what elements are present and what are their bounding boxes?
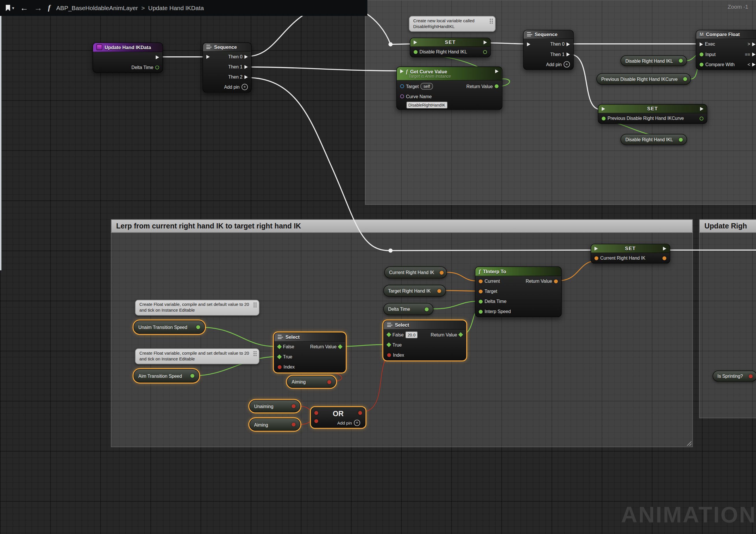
- float-out-pin[interactable]: [679, 138, 683, 141]
- var-current-right-hand-ik[interactable]: Current Right Hand IK: [384, 267, 447, 279]
- add-pin-icon[interactable]: +: [354, 420, 360, 426]
- exec-out-pin[interactable]: [752, 63, 756, 66]
- comment-resize-handle[interactable]: [687, 441, 691, 446]
- node-event-update-hand-ikdata[interactable]: Update Hand IKData Delta Time: [93, 42, 163, 73]
- index-in-pin[interactable]: [387, 353, 391, 357]
- float-out-pin[interactable]: [700, 116, 703, 120]
- struct-out-pin[interactable]: [437, 289, 441, 292]
- object-in-pin[interactable]: [400, 84, 404, 88]
- add-pin-icon[interactable]: +: [242, 84, 248, 90]
- var-disable-right-hand-ikl-1[interactable]: Disable Right Hand IKL: [620, 56, 687, 66]
- struct-out-pin[interactable]: [554, 279, 558, 283]
- struct-out-pin[interactable]: [662, 256, 666, 260]
- name-in-pin[interactable]: [400, 94, 404, 98]
- exec-in-pin[interactable]: [700, 42, 703, 46]
- node-set-previous-disable-curve[interactable]: SET Previous Disable Right Hand IKCurve: [598, 104, 708, 124]
- forward-button[interactable]: →: [34, 4, 42, 12]
- node-select-2[interactable]: Select False 20.0 Return Value True Inde…: [383, 320, 466, 360]
- float-out-pin[interactable]: [425, 307, 429, 311]
- float-out-pin[interactable]: [196, 325, 200, 329]
- wildcard-in-pin[interactable]: [386, 332, 391, 337]
- exec-out-pin[interactable]: [245, 65, 248, 68]
- var-disable-right-hand-ikl-2[interactable]: Disable Right Hand IKL: [620, 134, 687, 145]
- exec-out-pin[interactable]: [245, 55, 248, 58]
- node-get-curve-value[interactable]: f Get Curve Value Target is Anim Instanc…: [396, 66, 502, 110]
- exec-out-pin[interactable]: [663, 246, 666, 250]
- struct-in-pin[interactable]: [479, 279, 483, 283]
- exec-out-pin[interactable]: [752, 42, 756, 46]
- exec-out-pin[interactable]: [495, 69, 499, 73]
- index-in-pin[interactable]: [278, 365, 282, 369]
- float-out-pin[interactable]: [684, 77, 687, 81]
- bool-out-pin[interactable]: [749, 374, 752, 378]
- target-self-value[interactable]: self: [420, 83, 433, 89]
- float-in-pin[interactable]: [479, 299, 483, 303]
- exec-out-pin[interactable]: [566, 42, 570, 46]
- comment-bubble-local-var[interactable]: Create new local variable called Disable…: [409, 16, 496, 32]
- float-out-pin[interactable]: [679, 59, 683, 63]
- var-delta-time[interactable]: Delta Time: [383, 303, 434, 315]
- comment-update-right-body[interactable]: [699, 232, 756, 418]
- exec-in-pin[interactable]: [527, 42, 530, 46]
- wildcard-in-pin[interactable]: [386, 342, 391, 347]
- blueprint-graph[interactable]: Lerp from current right hand IK to targe…: [0, 0, 756, 534]
- exec-out-pin[interactable]: [156, 55, 159, 59]
- exec-in-pin[interactable]: [602, 107, 605, 111]
- var-is-sprinting[interactable]: Is Sprinting?: [713, 370, 756, 382]
- var-aim-transition-speed[interactable]: Aim Transition Speed: [133, 369, 199, 383]
- bool-out-pin[interactable]: [292, 422, 295, 426]
- float-in-pin[interactable]: [479, 310, 483, 313]
- struct-out-pin[interactable]: [440, 270, 444, 274]
- wildcard-out-pin[interactable]: [458, 332, 463, 337]
- var-aiming-2[interactable]: Aiming: [249, 418, 301, 431]
- node-set-current-right-hand-ik[interactable]: SET Current Right Hand IK: [591, 244, 670, 264]
- bookmark-button[interactable]: ▾: [5, 4, 14, 12]
- exec-out-pin[interactable]: [700, 107, 703, 111]
- back-button[interactable]: ←: [20, 4, 28, 12]
- panel-splitter[interactable]: [0, 16, 1, 270]
- bool-out-pin[interactable]: [327, 380, 331, 384]
- float-out-pin[interactable]: [190, 374, 194, 378]
- var-unaim-transition-speed[interactable]: Unaim Transition Speed: [133, 320, 205, 334]
- struct-in-pin[interactable]: [479, 290, 483, 293]
- comment-bubble-float-var-2[interactable]: Create Float variable, compile and set d…: [135, 348, 259, 365]
- float-out-pin[interactable]: [155, 65, 159, 69]
- add-pin-icon[interactable]: +: [563, 61, 570, 67]
- exec-in-pin[interactable]: [400, 69, 404, 73]
- comment-lerp-title[interactable]: Lerp from current right hand IK to targe…: [111, 219, 693, 233]
- breadcrumb-root[interactable]: ABP_BaseHoldableAnimLayer: [56, 5, 138, 11]
- breadcrumb-current[interactable]: Update Hand IKData: [148, 5, 204, 11]
- comment-update-right-title[interactable]: Update Righ: [699, 219, 756, 233]
- exec-out-pin[interactable]: [566, 52, 570, 56]
- float-in-pin[interactable]: [602, 116, 606, 120]
- bool-out-pin[interactable]: [292, 404, 295, 408]
- var-target-right-hand-ik[interactable]: Target Right Hand IK: [383, 285, 446, 297]
- comment-bubble-float-var-1[interactable]: Create Float variable, compile and set d…: [135, 300, 259, 316]
- wildcard-in-pin[interactable]: [277, 344, 282, 349]
- node-set-disable-right-hand-ikl[interactable]: SET Disable Right Hand IKL: [410, 38, 491, 57]
- float-in-pin[interactable]: [700, 52, 703, 56]
- node-sequence-2[interactable]: Sequence Then 0 Then 1 Add pin +: [523, 30, 574, 70]
- node-sequence-1[interactable]: Sequence Then 0 Then 1 Then 2 Add pin +: [202, 42, 252, 93]
- exec-out-pin[interactable]: [752, 52, 756, 56]
- bool-in-pin[interactable]: [314, 419, 318, 423]
- float-out-pin[interactable]: [495, 84, 499, 88]
- wildcard-out-pin[interactable]: [338, 344, 343, 349]
- curve-name-input[interactable]: DisableRightHandIK: [406, 102, 447, 108]
- node-compare-float[interactable]: M Compare Float Exec > Input == Compare …: [696, 30, 756, 70]
- node-or[interactable]: OR Add pin +: [311, 407, 365, 428]
- exec-in-pin[interactable]: [414, 40, 417, 44]
- float-in-pin[interactable]: [700, 63, 703, 66]
- var-unaiming[interactable]: Unaiming: [249, 400, 301, 412]
- float-in-pin[interactable]: [414, 50, 417, 54]
- float-out-pin[interactable]: [483, 50, 487, 54]
- wildcard-in-pin[interactable]: [277, 354, 282, 359]
- node-tinterp-to[interactable]: f TInterp To Current Return Value Target…: [475, 267, 561, 317]
- exec-in-pin[interactable]: [594, 246, 598, 250]
- exec-out-pin[interactable]: [245, 75, 248, 79]
- node-select-1[interactable]: Select False Return Value True Index: [274, 332, 346, 372]
- exec-out-pin[interactable]: [483, 40, 487, 44]
- var-aiming-1[interactable]: Aiming: [287, 376, 336, 388]
- exec-in-pin[interactable]: [206, 55, 210, 58]
- var-previous-disable-right-hand-ikcurve[interactable]: Previous Disable Right Hand IKCurve: [597, 73, 691, 85]
